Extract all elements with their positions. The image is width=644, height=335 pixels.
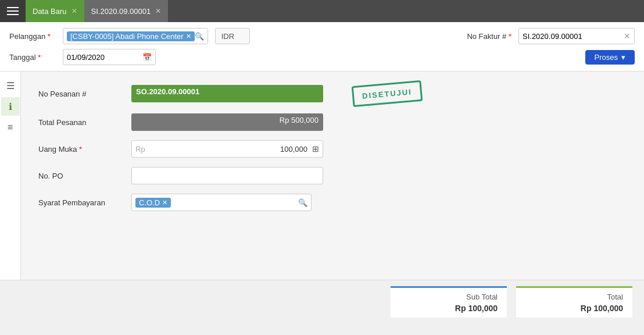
tanggal-input[interactable]: 01/09/2020 📅 bbox=[63, 49, 156, 65]
no-po-input[interactable] bbox=[131, 167, 323, 184]
no-po-label: No. PO bbox=[38, 172, 131, 180]
sidebar-lines-icon[interactable]: ≡ bbox=[1, 118, 20, 137]
uang-muka-icon[interactable]: ⊞ bbox=[312, 144, 319, 154]
proses-button[interactable]: Proses ▾ bbox=[585, 50, 635, 65]
pelanggan-tag-text: [CSBY-0005] Abadi Phone Center bbox=[70, 32, 184, 41]
syarat-label: Syarat Pembayaran bbox=[38, 198, 131, 207]
sidebar: ☰ ℹ ≡ bbox=[0, 72, 21, 280]
payment-tag: C.O.D ✕ bbox=[135, 198, 171, 208]
tanggal-label: Tanggal * bbox=[9, 53, 56, 62]
pelanggan-search-icon[interactable]: 🔍 bbox=[195, 32, 204, 41]
form-area: No Pesanan # SO.2020.09.00001 DISETUJUI … bbox=[21, 72, 644, 280]
calendar-icon[interactable]: 📅 bbox=[142, 53, 152, 62]
total-pesanan-label: Total Pesanan bbox=[38, 118, 131, 127]
sidebar-list-icon[interactable]: ☰ bbox=[1, 76, 20, 95]
syarat-row: Syarat Pembayaran C.O.D ✕ 🔍 bbox=[38, 194, 627, 211]
sub-total-label: Sub Total bbox=[400, 293, 498, 301]
no-pesanan-input[interactable]: SO.2020.09.00001 bbox=[131, 85, 323, 102]
currency-value: IDR bbox=[221, 32, 234, 41]
uang-muka-input[interactable]: Rp 100,000 ⊞ bbox=[131, 140, 323, 158]
pelanggan-required: * bbox=[48, 32, 51, 41]
syarat-input[interactable]: C.O.D ✕ 🔍 bbox=[131, 194, 312, 211]
tanggal-value: 01/09/2020 bbox=[67, 53, 105, 62]
pelanggan-tag: [CSBY-0005] Abadi Phone Center ✕ bbox=[67, 31, 195, 41]
no-faktur-input[interactable]: SI.2020.09.00001 ✕ bbox=[518, 28, 635, 44]
total-box: Total Rp 100,000 bbox=[516, 286, 632, 318]
bottom-totals: Sub Total Rp 100,000 Total Rp 100,000 bbox=[0, 280, 644, 323]
payment-tag-text: C.O.D bbox=[139, 198, 160, 207]
tab-data-baru-close[interactable]: ✕ bbox=[71, 7, 77, 15]
tab-si-label: SI.2020.09.00001 bbox=[91, 7, 151, 16]
tab-si[interactable]: SI.2020.09.00001 ✕ bbox=[84, 0, 169, 22]
tab-data-baru-label: Data Baru bbox=[33, 7, 67, 16]
hamburger-icon bbox=[7, 7, 19, 15]
pelanggan-label: Pelanggan * bbox=[9, 32, 56, 41]
no-faktur-label: No Faktur # * bbox=[467, 32, 511, 41]
uang-prefix: Rp bbox=[135, 145, 145, 154]
total-pesanan-value: Rp 500,000 bbox=[280, 116, 319, 124]
main-area: ☰ ℹ ≡ No Pesanan # SO.2020.09.00001 DISE… bbox=[0, 72, 644, 280]
currency-box: IDR bbox=[215, 28, 250, 44]
uang-muka-value: 100,000 bbox=[280, 145, 307, 154]
tanggal-row: Tanggal * 01/09/2020 📅 Proses ▾ bbox=[9, 49, 635, 65]
stamp-text: DISETUJUI bbox=[362, 87, 413, 100]
sub-total-box: Sub Total Rp 100,000 bbox=[391, 286, 507, 318]
top-bar: Data Baru ✕ SI.2020.09.00001 ✕ bbox=[0, 0, 644, 22]
no-faktur-value: SI.2020.09.00001 bbox=[523, 32, 582, 41]
sub-total-value: Rp 100,000 bbox=[400, 304, 498, 313]
no-pesanan-row: No Pesanan # SO.2020.09.00001 DISETUJUI bbox=[38, 83, 627, 104]
total-label: Total bbox=[525, 293, 623, 301]
header-form: Pelanggan * [CSBY-0005] Abadi Phone Cent… bbox=[0, 22, 644, 72]
total-pesanan-input: Rp 500,000 bbox=[131, 113, 323, 131]
hamburger-button[interactable] bbox=[0, 0, 26, 22]
pelanggan-tag-remove[interactable]: ✕ bbox=[186, 33, 191, 40]
uang-muka-label: Uang Muka * bbox=[38, 145, 131, 154]
tab-data-baru[interactable]: Data Baru ✕ bbox=[26, 0, 84, 22]
total-value: Rp 100,000 bbox=[525, 304, 623, 313]
no-po-row: No. PO bbox=[38, 167, 627, 184]
payment-search-icon[interactable]: 🔍 bbox=[298, 198, 307, 207]
uang-muka-row: Uang Muka * Rp 100,000 ⊞ bbox=[38, 140, 627, 158]
sidebar-info-icon[interactable]: ℹ bbox=[1, 97, 20, 116]
pelanggan-row: Pelanggan * [CSBY-0005] Abadi Phone Cent… bbox=[9, 28, 635, 44]
payment-tag-remove[interactable]: ✕ bbox=[162, 199, 167, 206]
proses-label: Proses bbox=[595, 53, 618, 62]
no-pesanan-value: SO.2020.09.00001 bbox=[136, 87, 199, 96]
no-faktur-clear[interactable]: ✕ bbox=[624, 31, 631, 41]
disetujui-stamp: DISETUJUI bbox=[352, 80, 423, 107]
total-pesanan-row: Total Pesanan Rp 500,000 bbox=[38, 113, 627, 131]
proses-dropdown-icon: ▾ bbox=[621, 53, 625, 62]
tab-si-close[interactable]: ✕ bbox=[155, 7, 161, 15]
no-pesanan-label: No Pesanan # bbox=[38, 90, 131, 98]
pelanggan-input[interactable]: [CSBY-0005] Abadi Phone Center ✕ 🔍 bbox=[63, 28, 208, 44]
